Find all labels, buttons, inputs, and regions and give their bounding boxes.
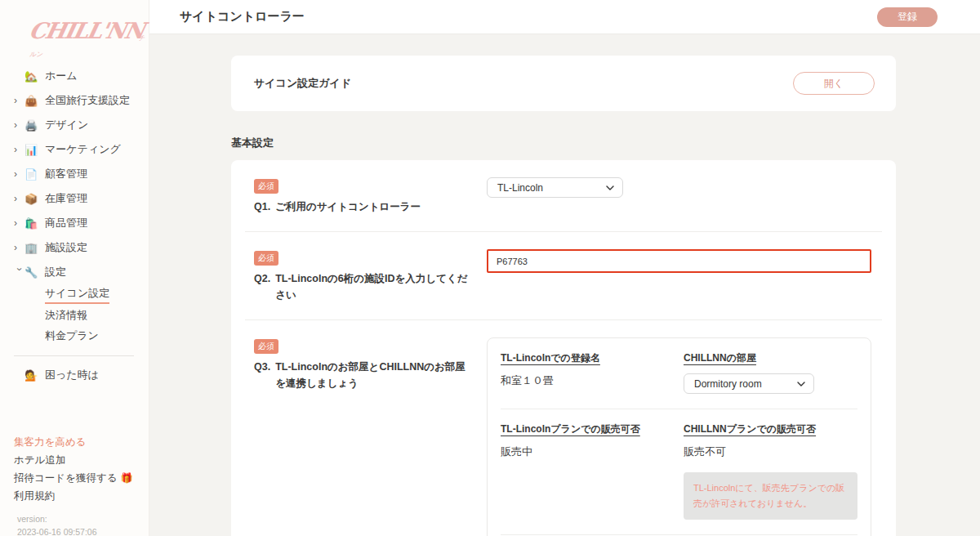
chevron-right-icon: › xyxy=(14,168,24,180)
sidebar-divider xyxy=(14,355,134,356)
sidebar-nav: 🏡 ホーム › 👜 全国旅行支援設定 › 🖨️ デザイン › 📊 マーケティング… xyxy=(0,64,149,346)
content-area: サイコン設定ガイド 開く 基本設定 必須 Q1. ご利用のサイトコントローラー … xyxy=(149,34,980,536)
tl-registered-name-label: TL-Lincolnでの登録名 xyxy=(501,351,670,365)
chevron-down-icon xyxy=(797,382,805,386)
help-person-icon: 💁 xyxy=(24,369,45,382)
sidebar-help: 💁 困った時は xyxy=(0,363,149,387)
q1-select-value: TL-Lincoln xyxy=(497,182,543,194)
open-guide-button[interactable]: 開く xyxy=(793,72,875,95)
sidebar-item-products[interactable]: › 🛍️ 商品管理 xyxy=(14,211,149,235)
q3-control-block: TL-Lincolnでの登録名 和室１０畳 CHILLNNの部屋 Dormito… xyxy=(487,337,871,536)
sidebar: CHILL'NNチルン 🏡 ホーム › 👜 全国旅行支援設定 › 🖨️ デザイン… xyxy=(0,0,149,536)
printer-icon: 🖨️ xyxy=(24,119,45,132)
chillnn-room-value: Dormitory room xyxy=(694,378,762,390)
bar-chart-icon: 📊 xyxy=(24,144,45,156)
question-q3: 必須 Q3. TL-Lincolnのお部屋とCHILLNNのお部屋を連携しましょ… xyxy=(231,320,896,536)
tl-plan-availability-value: 販売中 xyxy=(501,444,670,459)
required-badge: 必須 xyxy=(254,179,278,194)
wrench-icon: 🔧 xyxy=(24,266,45,279)
page-header: サイトコントローラー 登録 xyxy=(149,0,980,34)
q3-label-block: 必須 Q3. TL-Lincolnのお部屋とCHILLNNのお部屋を連携しましょ… xyxy=(254,337,487,536)
q3-label: TL-Lincolnのお部屋とCHILLNNのお部屋を連携しましょう xyxy=(275,360,470,391)
sidebar-item-marketing[interactable]: › 📊 マーケティング xyxy=(14,137,149,162)
chevron-right-icon: › xyxy=(14,119,24,131)
sidebar-item-customers[interactable]: › 📄 顧客管理 xyxy=(14,162,149,186)
bag-icon: 👜 xyxy=(24,95,45,107)
home-icon: 🏡 xyxy=(24,70,45,83)
required-badge: 必須 xyxy=(254,251,278,266)
chillnn-plan-availability-value: 販売不可 xyxy=(684,444,858,459)
register-button[interactable]: 登録 xyxy=(877,7,938,27)
chillnn-plan-availability-label: CHILLNNプランでの販売可否 xyxy=(684,422,858,436)
room-name-row: TL-Lincolnでの登録名 和室１０畳 CHILLNNの部屋 Dormito… xyxy=(501,338,858,409)
version-label: version: xyxy=(17,513,149,526)
version-value: 2023-06-16 09:57:06 xyxy=(17,526,149,536)
chevron-down-icon: › xyxy=(14,268,25,279)
chevron-right-icon: › xyxy=(14,193,24,204)
facility-id-input[interactable] xyxy=(487,249,871,273)
page-title: サイトコントローラー xyxy=(180,9,305,25)
link-terms[interactable]: 利用規約 xyxy=(14,487,149,505)
building-icon: 🏢 xyxy=(24,242,45,254)
q1-label: ご利用のサイトコントローラー xyxy=(275,199,421,215)
link-get-invite-code[interactable]: 招待コードを獲得する 🎁 xyxy=(14,469,149,487)
q3-number: Q3. xyxy=(254,360,270,391)
room-plan-row: TL-Lincolnプランでの販売可否 販売中 CHILLNNプランでの販売可否… xyxy=(501,409,858,534)
chillnn-logo[interactable]: CHILL'NNチルン xyxy=(0,0,149,57)
link-boost-attraction[interactable]: 集客力を高める xyxy=(14,433,149,451)
sidebar-item-travel-support[interactable]: › 👜 全国旅行支援設定 xyxy=(14,88,149,113)
chevron-right-icon: › xyxy=(14,242,24,253)
package-icon: 📦 xyxy=(24,193,45,205)
q1-control-block: TL-Lincoln xyxy=(487,177,871,215)
plan-warning-message: TL-Lincolnにて、販売先プランでの販売が許可されておりません。 xyxy=(684,472,858,519)
guide-card-title: サイコン設定ガイド xyxy=(254,76,351,91)
question-q1: 必須 Q1. ご利用のサイトコントローラー TL-Lincoln xyxy=(231,160,896,231)
sidebar-item-facility[interactable]: › 🏢 施設設定 xyxy=(14,235,149,260)
q1-sitecontroller-select[interactable]: TL-Lincoln xyxy=(487,177,623,198)
required-badge: 必須 xyxy=(254,339,278,354)
q2-control-block xyxy=(487,249,871,303)
q2-number: Q2. xyxy=(254,271,270,303)
basic-settings-card: 必須 Q1. ご利用のサイトコントローラー TL-Lincoln xyxy=(231,160,896,536)
chevron-down-icon xyxy=(606,185,614,190)
sidebar-bottom-links: 集客力を高める ホテル追加 招待コードを獲得する 🎁 利用規約 xyxy=(0,433,149,505)
main-area: サイトコントローラー 登録 サイコン設定ガイド 開く 基本設定 必須 Q1. ご… xyxy=(149,0,980,536)
tl-registered-name-value: 和室１０畳 xyxy=(501,373,670,388)
guide-card: サイコン設定ガイド 開く xyxy=(231,56,896,111)
document-icon: 📄 xyxy=(24,168,45,181)
tl-plan-availability-label: TL-Lincolnプランでの販売可否 xyxy=(501,422,670,436)
sidebar-item-home[interactable]: 🏡 ホーム xyxy=(14,64,149,88)
sidebar-item-inventory[interactable]: › 📦 在庫管理 xyxy=(14,186,149,211)
sidebar-item-help[interactable]: 💁 困った時は xyxy=(14,363,149,387)
shopping-bag-icon: 🛍️ xyxy=(24,217,45,230)
chillnn-room-label: CHILLNNの部屋 xyxy=(684,351,858,365)
gift-icon: 🎁 xyxy=(120,472,132,484)
sidebar-subitem-sitecon-settings[interactable]: サイコン設定 xyxy=(14,284,149,305)
q1-number: Q1. xyxy=(254,199,270,215)
sidebar-item-design[interactable]: › 🖨️ デザイン xyxy=(14,113,149,137)
q1-label-block: 必須 Q1. ご利用のサイトコントローラー xyxy=(254,177,487,215)
room-mapping-card: TL-Lincolnでの登録名 和室１０畳 CHILLNNの部屋 Dormito… xyxy=(487,337,871,536)
sidebar-item-settings[interactable]: › 🔧 設定 xyxy=(14,260,149,284)
sidebar-subitem-payment-info[interactable]: 決済情報 xyxy=(14,305,149,325)
sidebar-subitem-price-plan[interactable]: 料金プラン xyxy=(14,325,149,346)
chillnn-room-select[interactable]: Dormitory room xyxy=(684,373,814,394)
question-q2: 必須 Q2. TL-Lincolnの6桁の施設IDを入力してください xyxy=(231,232,896,319)
chevron-right-icon: › xyxy=(14,144,24,155)
link-add-hotel[interactable]: ホテル追加 xyxy=(14,451,149,469)
chillnn-logo-text: CHILL'NN xyxy=(27,18,146,43)
chevron-right-icon: › xyxy=(14,217,24,229)
q2-label: TL-Lincolnの6桁の施設IDを入力してください xyxy=(275,271,470,303)
q2-label-block: 必須 Q2. TL-Lincolnの6桁の施設IDを入力してください xyxy=(254,249,487,303)
version-info: version: 2023-06-16 09:57:06 xyxy=(17,513,149,536)
chevron-right-icon: › xyxy=(14,95,24,106)
section-heading-basic-settings: 基本設定 xyxy=(231,136,896,150)
